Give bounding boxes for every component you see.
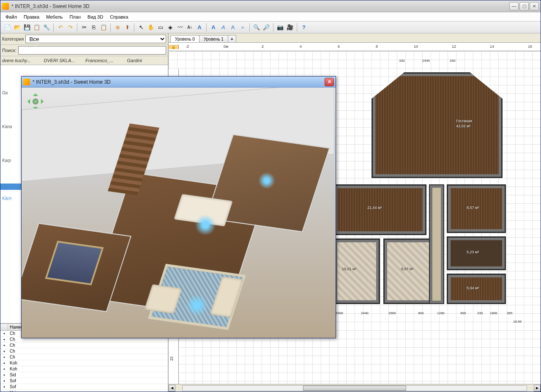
decrease-text-icon[interactable]: A — [238, 23, 247, 32]
undo-icon[interactable]: ↶ — [56, 23, 65, 32]
open-icon[interactable]: 📂 — [13, 23, 22, 32]
select-icon[interactable]: ↖ — [137, 23, 146, 32]
menu-bar: Файл Правка Мебель План Вид 3D Справка — [0, 12, 541, 22]
catalog-selected-item[interactable] — [0, 184, 22, 190]
table-row[interactable]: ▪Ch — [0, 343, 168, 348]
popup-title-bar[interactable]: * INTER_3.sh3d - Sweet Home 3D ✕ — [22, 77, 336, 88]
nav-east-icon[interactable] — [41, 99, 46, 104]
lock-icon[interactable]: 🔒 — [169, 45, 179, 49]
create-polyline-icon[interactable]: 〰 — [175, 23, 185, 32]
tab-add-level[interactable]: + — [228, 35, 236, 42]
ruler-horizontal: 🔒 -2 0м 2 4 6 8 10 12 14 16 — [169, 43, 541, 51]
copy-icon[interactable]: ⎘ — [89, 23, 98, 32]
increase-text-icon[interactable]: A — [228, 23, 238, 32]
create-label-icon[interactable]: A — [195, 23, 204, 32]
text-italic-icon[interactable]: A — [219, 23, 228, 32]
create-dimension-icon[interactable]: A↕ — [185, 23, 194, 32]
menu-furniture[interactable]: Мебель — [43, 14, 66, 20]
room-mid-left[interactable] — [333, 184, 426, 235]
floor-plan: 330 2440 330 Гостиная 42,02 м² 21,44 м² … — [333, 68, 515, 305]
zoom-out-icon[interactable]: 🔎 — [262, 23, 271, 32]
table-row[interactable]: ▪Ch — [0, 354, 168, 360]
tab-level-0[interactable]: Уровень 0 — [170, 35, 199, 42]
scroll-track[interactable] — [182, 385, 527, 391]
room-bottom-left[interactable] — [333, 238, 380, 304]
popup-close-button[interactable]: ✕ — [325, 78, 334, 86]
zoom-in-icon[interactable]: 🔍 — [252, 23, 261, 32]
nav-north-icon[interactable] — [33, 91, 38, 96]
title-bar: * INTER_3.sh3d - Sweet Home 3D — ▢ ✕ — [0, 0, 541, 12]
redo-icon[interactable]: ↷ — [66, 23, 75, 32]
room-living-area: 42,02 м² — [456, 124, 470, 128]
menu-help[interactable]: Справка — [107, 14, 131, 20]
table-row[interactable]: ▪Sof — [0, 378, 168, 384]
menu-3dview[interactable]: Вид 3D — [84, 14, 107, 20]
help-icon[interactable]: ? — [299, 23, 309, 32]
table-row[interactable]: ▪Koh — [0, 360, 168, 366]
create-walls-icon[interactable]: ▭ — [156, 23, 165, 32]
table-row[interactable]: ▪Uni — [0, 390, 168, 392]
maximize-button[interactable]: ▢ — [519, 2, 529, 11]
corridor[interactable] — [429, 184, 444, 304]
video-icon[interactable]: 🎥 — [285, 23, 295, 32]
room-living[interactable] — [372, 72, 503, 178]
new-icon[interactable]: 📄 — [3, 23, 12, 32]
view-3d-canvas[interactable] — [22, 88, 336, 338]
chandelier-icon — [195, 214, 216, 236]
category-label: Категория — [2, 36, 24, 41]
text-bold-icon[interactable]: A — [209, 23, 218, 32]
save-as-icon[interactable]: 📋 — [32, 23, 41, 32]
save-icon[interactable]: 💾 — [22, 23, 32, 32]
close-button[interactable]: ✕ — [530, 2, 539, 11]
chandelier-icon — [258, 172, 275, 189]
pan-icon[interactable]: ✋ — [146, 23, 156, 32]
table-row[interactable]: ▪Sof — [0, 384, 168, 390]
photo-icon[interactable]: 📷 — [276, 23, 285, 32]
level-tabs: Уровень 0 Уровень 1 + — [169, 33, 541, 43]
nav-west-icon[interactable] — [25, 99, 30, 104]
view-3d-window[interactable]: * INTER_3.sh3d - Sweet Home 3D ✕ — [21, 76, 336, 338]
popup-title: * INTER_3.sh3d - Sweet Home 3D — [33, 79, 325, 85]
nav-center-icon[interactable] — [33, 99, 38, 104]
cut-icon[interactable]: ✂ — [79, 23, 89, 32]
import-furniture-icon[interactable]: ⬆ — [123, 23, 132, 32]
menu-plan[interactable]: План — [66, 14, 85, 20]
scroll-left-button[interactable]: ◀ — [169, 385, 175, 392]
scroll-thumb[interactable] — [303, 386, 406, 391]
search-input[interactable] — [18, 46, 166, 55]
catalog-column-headers: dvere kuchy... DVERI SKLA... Francesco_.… — [0, 56, 168, 65]
popup-app-icon — [23, 79, 30, 85]
chandelier-icon — [186, 295, 208, 316]
app-icon — [2, 3, 9, 10]
table-row[interactable]: ▪Koh — [0, 366, 168, 372]
table-row[interactable]: ▪Ch — [0, 348, 168, 354]
create-room-icon[interactable]: ◈ — [166, 23, 175, 32]
search-label: Поиск: — [2, 48, 16, 53]
add-furniture-icon[interactable]: ⊕ — [113, 23, 122, 32]
table-row[interactable]: ▪Sid — [0, 372, 168, 378]
preferences-icon[interactable]: 🔧 — [42, 23, 51, 32]
paste-icon[interactable]: 📋 — [99, 23, 108, 32]
room-living-name: Гостиная — [456, 119, 472, 123]
scroll-right-button[interactable]: ▶ — [534, 385, 541, 392]
minimize-button[interactable]: — — [509, 2, 519, 11]
category-select[interactable]: Все — [25, 35, 166, 43]
window-title: * INTER_3.sh3d - Sweet Home 3D — [11, 3, 509, 9]
menu-edit[interactable]: Правка — [20, 14, 43, 20]
toolbar: 📄 📂 💾 📋 🔧 ↶ ↷ ✂ ⎘ 📋 ⊕ ⬆ ↖ ✋ ▭ ◈ 〰 A↕ A A… — [0, 22, 541, 33]
scrollbar-horizontal[interactable]: ◀ ▶ — [169, 384, 541, 392]
tab-level-1[interactable]: Уровень 1 — [199, 35, 228, 42]
menu-file[interactable]: Файл — [2, 14, 20, 20]
